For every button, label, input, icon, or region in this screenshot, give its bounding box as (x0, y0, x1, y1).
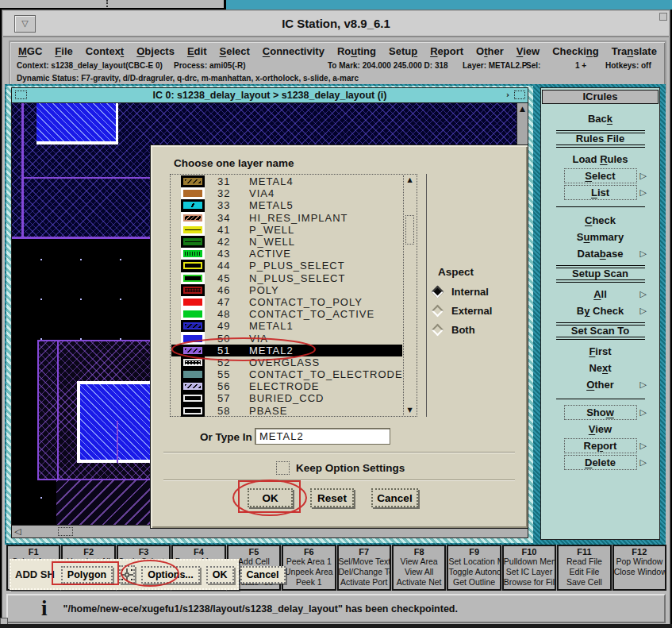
menu-objects[interactable]: Objects (136, 45, 175, 57)
layer-name: VIA (249, 333, 402, 345)
fkey-f6[interactable]: F6Peek Area 1Unpeek AreaPeek 1 (282, 545, 336, 591)
layer-row-metal1[interactable]: 49METAL1 (171, 320, 402, 332)
report-button[interactable]: Report (564, 438, 637, 453)
by-check-button[interactable]: By Check (568, 303, 632, 318)
polygon-tool-icon[interactable] (119, 565, 135, 584)
menu-connectivity[interactable]: Connectivity (263, 45, 324, 57)
layer-swatch-active (183, 250, 202, 257)
fkey-f8[interactable]: F8View AreaView AllActivate Net (392, 545, 446, 591)
layout-window-resize-icon[interactable] (514, 91, 525, 99)
aspect-internal-radio[interactable]: Internal (433, 282, 492, 301)
next-button[interactable]: Next (580, 360, 620, 376)
load-rules-button[interactable]: Load Rules (563, 152, 636, 167)
database-button[interactable]: Database (569, 246, 632, 261)
show-button[interactable]: Show (564, 405, 637, 420)
menu-setup[interactable]: Setup (389, 45, 417, 57)
type-in-label: Or Type In (200, 431, 252, 443)
other-button[interactable]: Other (578, 377, 623, 392)
layer-swatch-tile (181, 356, 205, 368)
layer-swatch-buried-ccd (183, 395, 202, 402)
menu-other[interactable]: Other (476, 45, 504, 57)
layout-window-titlebar[interactable]: IC 0: s1238_delay_layout > s1238_delay_l… (11, 87, 528, 103)
desktop-teal-strip (226, 0, 672, 10)
first-button[interactable]: First (580, 344, 620, 359)
submenu-arrow-icon: ▷ (640, 187, 647, 198)
layer-swatch-metal5 (183, 202, 202, 209)
aspect-external-radio[interactable]: External (433, 301, 492, 320)
menu-edit[interactable]: Edit (187, 45, 207, 57)
scroll-left-icon[interactable]: ◁ (14, 526, 21, 537)
layer-row-pbase[interactable]: 58PBASE (171, 405, 402, 417)
scrollbar-thumb[interactable] (58, 527, 73, 536)
layout-window-menu-icon[interactable] (15, 91, 27, 99)
fkey-f12[interactable]: F12Pop WindowClose Window (612, 545, 666, 591)
layer-list-scrollbar[interactable]: ▲ ▼ (403, 175, 416, 415)
toolbar-ok-button[interactable]: OK (206, 566, 234, 584)
all-button[interactable]: All (585, 287, 616, 302)
scroll-up-icon[interactable]: ▲ (404, 175, 416, 185)
layer-row-n-well[interactable]: 42N_WELL (171, 236, 402, 248)
rules-separator (541, 393, 659, 404)
select-button[interactable]: Select (564, 168, 637, 183)
layout-window-arrow-icon[interactable]: › (506, 88, 509, 102)
menu-view[interactable]: View (516, 45, 540, 57)
dialog-separator (163, 452, 515, 453)
layer-row-p-well[interactable]: 41P_WELL (171, 224, 402, 236)
fkey-f10[interactable]: F10Pulldown MenuSet IC LayerBrowse for F… (502, 545, 556, 591)
reset-button[interactable]: Reset (310, 488, 354, 507)
back-button[interactable]: Back (579, 111, 621, 126)
layer-row-hi-res-implant[interactable]: 34HI_RES_IMPLANT (171, 212, 402, 224)
summary-button[interactable]: Summary (568, 229, 632, 245)
polygon-button[interactable]: Polygon (61, 566, 113, 584)
menu-checking[interactable]: Checking (552, 45, 599, 57)
delete-button[interactable]: Delete (564, 455, 637, 470)
layer-row-poly[interactable]: 46POLY (171, 284, 402, 296)
toolbar-cancel-button[interactable]: Cancel (240, 566, 286, 584)
window-titlebar[interactable]: ▽ IC Station, v8.9_6.1 (3, 11, 669, 37)
menu-context[interactable]: Context (86, 45, 124, 57)
fkey-f7[interactable]: F7Sel/Move TextDel/Change TextActivate P… (337, 545, 391, 591)
layer-row-contact-to-active[interactable]: 48CONTACT_TO_ACTIVE (171, 308, 402, 320)
layer-name: METAL2 (249, 345, 402, 356)
fkey-f11[interactable]: F11Read FileEdit FileSave Cell (557, 545, 611, 591)
options-button[interactable]: Options... (141, 566, 200, 584)
aspect-option-label: Internal (451, 286, 489, 298)
menu-routing[interactable]: Routing (337, 45, 376, 57)
menu-file[interactable]: File (55, 45, 72, 57)
layer-row-electrode[interactable]: 56ELECTRODE (171, 380, 402, 392)
type-in-input[interactable] (255, 428, 390, 445)
layer-row-buried-ccd[interactable]: 57BURIED_CCD (171, 392, 402, 404)
layer-row-metal5[interactable]: 33METAL5 (171, 199, 402, 211)
layer-row-contact-to-poly[interactable]: 47CONTACT_TO_POLY (171, 296, 402, 308)
menu-report[interactable]: Report (430, 45, 463, 57)
cancel-button[interactable]: Cancel (371, 488, 418, 507)
layer-row-overglass[interactable]: 52OVERGLASS (171, 356, 402, 368)
scroll-down-icon[interactable]: ▼ (404, 406, 416, 415)
layer-row-via4[interactable]: 32VIA4 (171, 187, 402, 199)
layer-row-n-plus-select[interactable]: 45N_PLUS_SELECT (171, 272, 402, 284)
layer-swatch-metal2 (183, 347, 202, 354)
check-button[interactable]: Check (576, 213, 624, 228)
menu-mgc[interactable]: MGC (18, 45, 42, 57)
rules-header-setup-scan: Setup Scan (541, 262, 659, 286)
fkey-f9[interactable]: F9Set Location ModeToggle AutonotchGet O… (447, 545, 501, 591)
ok-button[interactable]: OK (248, 488, 293, 507)
layer-row-active[interactable]: 43ACTIVE (171, 248, 402, 260)
scroll-up-icon[interactable]: ▲ (517, 103, 528, 114)
layer-row-via[interactable]: 50VIA (171, 332, 402, 344)
menu-select[interactable]: Select (220, 45, 250, 57)
list-button[interactable]: List (564, 185, 637, 200)
window-menu-icon[interactable]: ▽ (14, 15, 36, 33)
scrollbar-thumb[interactable] (405, 215, 414, 245)
rules-row-database: Database▷ (541, 245, 659, 262)
fkey-command: Read File (559, 557, 609, 567)
menu-translate[interactable]: Translate (612, 45, 657, 57)
layer-row-metal2[interactable]: 51METAL2 (171, 345, 402, 356)
view-button[interactable]: View (580, 422, 620, 437)
layer-row-contact-to-electrode[interactable]: 55CONTACT_TO_ELECTRODE (171, 368, 402, 380)
layer-swatch-tile (181, 320, 205, 332)
layer-row-metal4[interactable]: 31METAL4 (171, 175, 402, 187)
aspect-both-radio[interactable]: Both (433, 320, 492, 339)
layer-row-p-plus-select[interactable]: 44P_PLUS_SELECT (171, 260, 402, 272)
keep-option-checkbox[interactable] (276, 461, 290, 475)
